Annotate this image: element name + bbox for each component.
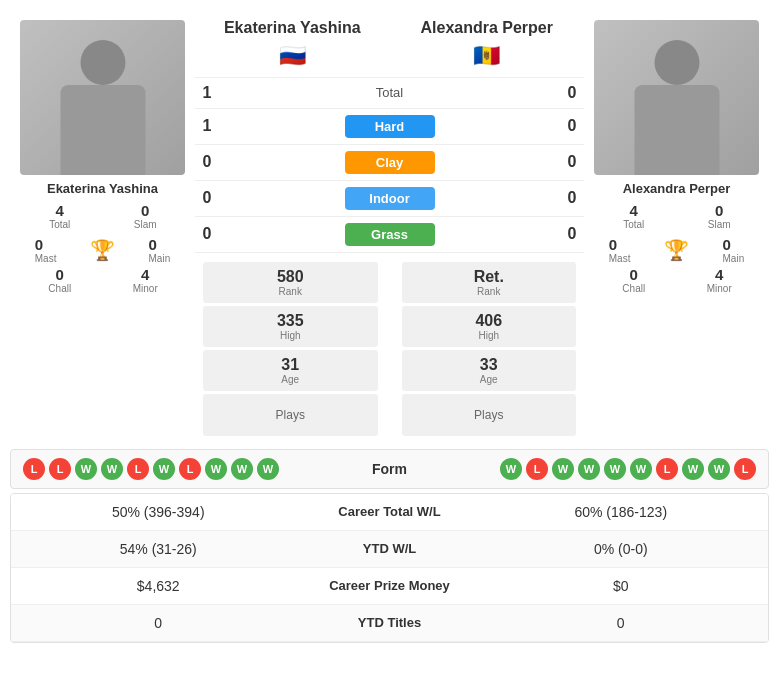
form-badge: W [231,458,253,480]
left-trophy-row: 0 Mast 🏆 0 Main [10,234,195,266]
clay-row: 0 Clay 0 [195,144,584,180]
stats-left-val: 54% (31-26) [27,541,290,557]
indoor-left: 0 [195,189,219,207]
right-player-col: Alexandra Perper 4 Total 0 Slam 0 Mast 🏆 [584,10,769,439]
form-badge: L [656,458,678,480]
left-chall-minor: 0 Chall 4 Minor [10,266,195,298]
form-badge: W [630,458,652,480]
hard-button[interactable]: Hard [345,115,435,138]
hard-right: 0 [560,117,584,135]
form-badge: W [552,458,574,480]
left-player-stats: 4 Total 0 Slam [10,202,195,234]
form-left: LLWWLWLWWW [23,458,340,480]
bottom-stats: 50% (396-394)Career Total W/L60% (186-12… [10,493,769,643]
center-col: Ekaterina Yashina 🇷🇺 Alexandra Perper 🇲🇩… [195,10,584,439]
center-stat-boxes: 580 Rank 335 High 31 Age Plays Ret [195,259,584,439]
stats-left-val: $4,632 [27,578,290,594]
bottom-stats-row: 54% (31-26)YTD W/L0% (0-0) [11,531,768,568]
grass-row: 0 Grass 0 [195,216,584,253]
right-slam-val: 0 Slam [678,202,762,230]
hard-left: 1 [195,117,219,135]
form-badge: W [578,458,600,480]
form-badge: W [101,458,123,480]
total-right: 0 [560,84,584,102]
right-head [654,40,699,85]
right-player-stats: 4 Total 0 Slam [584,202,769,234]
form-row: LLWWLWLWWW Form WLWWWWLWWL [23,458,756,480]
left-mast: 0 Mast [35,236,57,264]
player-comparison: Ekaterina Yashina 4 Total 0 Slam 0 Mast … [10,10,769,439]
hard-row: 1 Hard 0 [195,108,584,144]
clay-button[interactable]: Clay [345,151,435,174]
left-chall: 0 Chall [18,266,102,294]
left-flag: 🇷🇺 [195,43,390,69]
indoor-row: 0 Indoor 0 [195,180,584,216]
right-minor: 4 Minor [678,266,762,294]
left-minor: 4 Minor [104,266,188,294]
bottom-stats-row: 50% (396-394)Career Total W/L60% (186-12… [11,494,768,531]
left-silhouette [20,20,185,175]
left-slam-val: 0 Slam [104,202,188,230]
right-player-photo [594,20,759,175]
form-badge: L [127,458,149,480]
indoor-right: 0 [560,189,584,207]
left-player-col: Ekaterina Yashina 4 Total 0 Slam 0 Mast … [10,10,195,439]
left-body [60,85,145,175]
form-badge: W [257,458,279,480]
right-chall: 0 Chall [592,266,676,294]
grass-right: 0 [560,225,584,243]
right-trophy-icon: 🏆 [664,238,689,262]
form-badge: W [153,458,175,480]
grass-button[interactable]: Grass [345,223,435,246]
right-mast: 0 Mast [609,236,631,264]
stats-left-val: 50% (396-394) [27,504,290,520]
stats-right-val: 0 [490,615,753,631]
indoor-button[interactable]: Indoor [345,187,435,210]
left-rank-block: 580 Rank 335 High 31 Age Plays [195,259,386,439]
bottom-stats-row: 0YTD Titles0 [11,605,768,642]
form-section: LLWWLWLWWW Form WLWWWWLWWL [10,449,769,489]
form-badge: L [734,458,756,480]
stats-right-val: 60% (186-123) [490,504,753,520]
center-left-name: Ekaterina Yashina [195,18,390,39]
right-chall-minor: 0 Chall 4 Minor [584,266,769,298]
clay-left: 0 [195,153,219,171]
total-left: 1 [195,84,219,102]
right-rank-block: Ret. Rank 406 High 33 Age Plays [394,259,585,439]
left-plays: Plays [203,394,378,436]
stats-left-val: 0 [27,615,290,631]
left-player-photo [20,20,185,175]
form-badge: W [682,458,704,480]
left-head [80,40,125,85]
total-label: Total [376,85,403,100]
stats-center-label: YTD Titles [290,615,490,630]
stats-center-label: Career Total W/L [290,504,490,519]
right-silhouette [594,20,759,175]
form-badge: L [23,458,45,480]
form-badge: L [49,458,71,480]
form-right: WLWWWWLWWL [440,458,757,480]
right-body [634,85,719,175]
form-badge: W [604,458,626,480]
stats-right-val: 0% (0-0) [490,541,753,557]
form-badge: W [708,458,730,480]
left-trophy-icon: 🏆 [90,238,115,262]
bottom-stats-row: $4,632Career Prize Money$0 [11,568,768,605]
stats-center-label: Career Prize Money [290,578,490,593]
form-badge: W [205,458,227,480]
left-main: 0 Main [149,236,171,264]
right-plays: Plays [402,394,577,436]
stats-right-val: $0 [490,578,753,594]
center-right-name: Alexandra Perper [390,18,585,39]
form-badge: L [526,458,548,480]
right-trophy-row: 0 Mast 🏆 0 Main [584,234,769,266]
clay-right: 0 [560,153,584,171]
left-player-name: Ekaterina Yashina [10,175,195,202]
left-total-val: 4 Total [18,202,102,230]
right-flag: 🇲🇩 [390,43,585,69]
right-player-name: Alexandra Perper [584,175,769,202]
form-badge: W [75,458,97,480]
form-badge: W [500,458,522,480]
right-total-val: 4 Total [592,202,676,230]
form-badge: L [179,458,201,480]
